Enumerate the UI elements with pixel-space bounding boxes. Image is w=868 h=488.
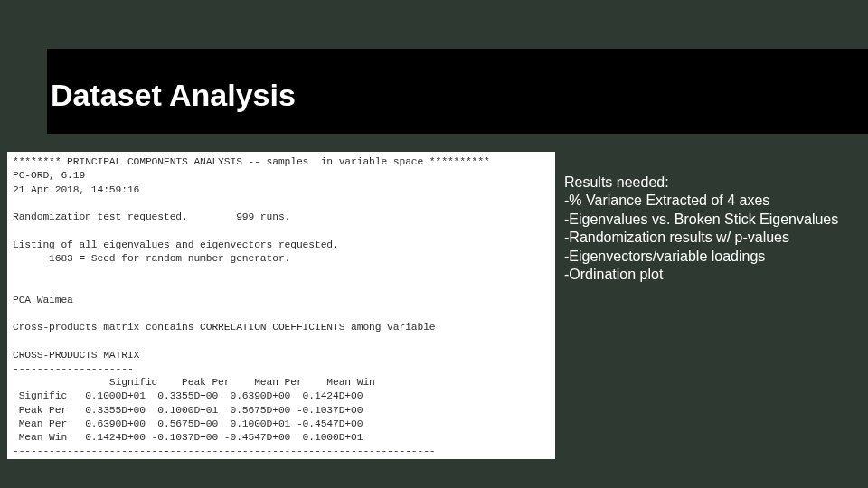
console-line: 21 Apr 2018, 14:59:16 [13, 184, 139, 195]
title-band: Dataset Analysis [47, 56, 868, 134]
console-line: ----------------------------------------… [13, 446, 436, 456]
results-item: -Ordination plot [564, 266, 863, 284]
console-line: Cross-products matrix contains CORRELATI… [13, 322, 436, 333]
results-item: -% Variance Extracted of 4 axes [564, 192, 863, 210]
console-line: 1683 = Seed for random number generator. [13, 253, 290, 264]
console-line: Mean Per 0.6390D+00 0.5675D+00 0.1000D+0… [13, 418, 363, 429]
console-line: PCA Waimea [13, 295, 73, 305]
console-line: -------------------- [13, 363, 134, 374]
results-heading: Results needed: [564, 174, 863, 192]
console-line: Signific 0.1000D+01 0.3355D+00 0.6390D+0… [13, 390, 363, 401]
results-needed-list: Results needed: -% Variance Extracted of… [564, 174, 863, 285]
results-item: -Randomization results w/ p-values [564, 229, 863, 247]
console-line: Randomization test requested. 999 runs. [13, 211, 290, 222]
results-item: -Eigenvectors/variable loadings [564, 248, 863, 266]
accent-bar [47, 49, 868, 56]
console-line: ******** PRINCIPAL COMPONENTS ANALYSIS -… [13, 156, 490, 167]
console-line: Mean Win 0.1424D+00 -0.1037D+00 -0.4547D… [13, 432, 363, 443]
console-output: ******** PRINCIPAL COMPONENTS ANALYSIS -… [7, 152, 555, 459]
console-line: CROSS-PRODUCTS MATRIX [13, 350, 139, 361]
slide-title: Dataset Analysis [47, 78, 296, 113]
console-line: Listing of all eigenvalues and eigenvect… [13, 239, 339, 250]
slide: Dataset Analysis ******** PRINCIPAL COMP… [0, 0, 868, 488]
console-line: PC-ORD, 6.19 [13, 170, 85, 181]
console-line: Signific Peak Per Mean Per Mean Win [13, 377, 375, 388]
results-item: -Eigenvalues vs. Broken Stick Eigenvalue… [564, 211, 863, 229]
console-line: Peak Per 0.3355D+00 0.1000D+01 0.5675D+0… [13, 405, 363, 416]
